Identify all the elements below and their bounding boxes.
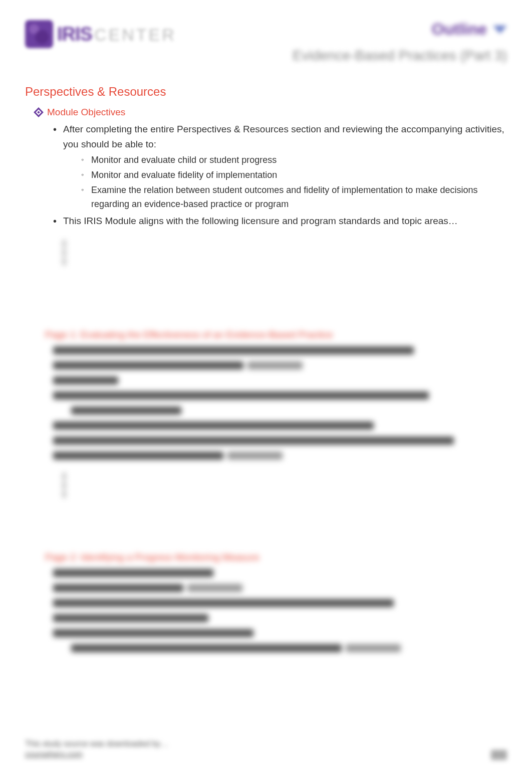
module-objectives-header: Module Objectives <box>35 107 507 118</box>
list-item: After completing the entire Perspectives… <box>53 122 507 211</box>
blurred-marker <box>63 240 75 265</box>
outline-button[interactable]: Outline <box>432 20 507 39</box>
module-title: Module Objectives <box>47 107 125 118</box>
header-subtitle: Evidence-Based Practices (Part 3) <box>293 47 507 65</box>
diamond-icon <box>34 107 44 117</box>
logo-text-iris: IRIS <box>57 24 92 45</box>
chevron-down-icon <box>493 26 507 34</box>
page2-title: Page 2: Identifying a Progress Monitorin… <box>45 552 507 563</box>
list-item: Examine the relation between student out… <box>81 183 507 212</box>
page1-title: Page 1: Evaluating the Effectiveness of … <box>45 329 507 340</box>
footer-link[interactable]: coursehero.com <box>25 750 83 758</box>
page1-content <box>53 346 507 463</box>
page-header: IRIS CENTER Outline Evidence-Based Pract… <box>25 20 507 65</box>
page2-content <box>53 569 507 655</box>
logo-text-center: CENTER <box>94 25 176 45</box>
intro-text: After completing the entire Perspectives… <box>63 124 504 149</box>
footer-source: This study source was downloaded by… <box>25 739 168 749</box>
section-title: Perspectives & Resources <box>25 85 507 99</box>
page-footer: This study source was downloaded by… cou… <box>25 739 507 760</box>
list-item: Monitor and evaluate child or student pr… <box>81 153 507 167</box>
outline-label: Outline <box>432 20 487 39</box>
logo-icon <box>25 20 53 48</box>
logo: IRIS CENTER <box>25 20 176 48</box>
objectives-list: After completing the entire Perspectives… <box>53 122 507 228</box>
page-number <box>491 750 507 760</box>
blurred-marker <box>63 473 75 498</box>
list-item: This IRIS Module aligns with the followi… <box>53 214 507 228</box>
list-item: Monitor and evaluate fidelity of impleme… <box>81 168 507 182</box>
